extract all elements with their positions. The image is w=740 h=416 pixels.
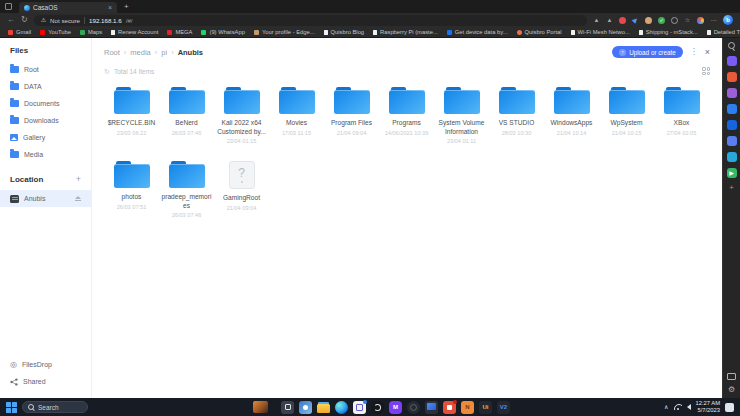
app-ui-icon[interactable]: Ui [479, 401, 492, 414]
bookmark-renew-account[interactable]: Renew Account [111, 29, 158, 35]
eject-icon[interactable] [75, 196, 81, 202]
extension-icon[interactable]: ▲ [606, 17, 613, 24]
taskbar-clock[interactable]: 12:27 AM 5/7/2023 [696, 400, 721, 414]
extension-icon[interactable]: ▲ [593, 17, 600, 24]
bookmark-gmail[interactable]: Gmail [8, 29, 31, 35]
file-item-pradeep-memories[interactable]: pradeep_memories26/03 07:46 [159, 159, 214, 233]
file-item-benerd[interactable]: BeNerd26/03 07:46 [159, 85, 214, 159]
add-location-icon[interactable]: + [76, 175, 81, 184]
globe-app-icon[interactable] [407, 401, 420, 414]
bookmark-youtube[interactable]: YouTube [40, 29, 71, 35]
upload-or-create-button[interactable]: ↑ Upload or create [612, 46, 683, 58]
file-item-gamingroot[interactable]: ? GamingRoot21/04 09:04 [214, 159, 269, 233]
sidebar-app-teams-icon[interactable] [727, 88, 737, 98]
file-item-photos[interactable]: photos26/03 07:51 [104, 159, 159, 233]
sidebar-app-linkedin-icon[interactable] [727, 120, 737, 130]
file-item-kali[interactable]: Kali 2022 x64 Customized by...23/04 01:1… [214, 85, 269, 159]
file-item-system-volume[interactable]: System Volume Information23/04 01:11 [434, 85, 489, 159]
sidebar-add-icon[interactable]: + [729, 184, 734, 192]
extension-arrow-icon[interactable]: ▶ [631, 15, 641, 25]
file-item-xbox[interactable]: XBox27/04 02:05 [654, 85, 709, 159]
bookmark-detailed-tracking[interactable]: Detailed Tracking [707, 29, 740, 35]
sidebar-app-outlook-icon[interactable] [727, 104, 737, 114]
browser-profile-avatar[interactable] [697, 17, 704, 24]
new-tab-button[interactable]: + [124, 3, 129, 11]
wifi-icon[interactable] [674, 404, 682, 410]
bookmark-profile[interactable]: Your profile - Edge... [254, 29, 315, 35]
more-menu-icon[interactable]: ⋯ [710, 17, 717, 24]
profile-avatar-icon[interactable] [645, 17, 652, 24]
sidebar-app-office-icon[interactable] [727, 72, 737, 82]
close-files-icon[interactable]: × [705, 48, 710, 57]
sidebar-item-shared[interactable]: Shared [0, 373, 91, 390]
sidebar-settings-gear-icon[interactable]: ⚙ [728, 386, 735, 394]
tab-title: CasaOS [33, 4, 105, 11]
snipping-tool-icon[interactable] [281, 401, 294, 414]
app-m-icon[interactable]: M [389, 401, 402, 414]
copilot-icon[interactable]: b [723, 15, 733, 25]
sidebar-screen-icon[interactable] [727, 373, 736, 380]
volume-icon[interactable] [687, 404, 691, 410]
favorites-star-icon[interactable]: ☆ [684, 17, 691, 24]
sidebar-item-gallery[interactable]: Gallery [0, 129, 91, 146]
sidebar-item-data[interactable]: DATA [0, 78, 91, 95]
bookmark-wifi-mesh[interactable]: Wi-Fi Mesh Netwo... [571, 29, 630, 35]
kebab-menu-icon[interactable]: ⋮ [690, 48, 698, 56]
sidebar-app-tools-icon[interactable] [727, 152, 737, 162]
bookmark-raspberry-pi[interactable]: Raspberry Pi (maste... [373, 29, 438, 35]
tray-overflow-caret-icon[interactable]: ∧ [664, 404, 668, 410]
sidebar-item-downloads[interactable]: Downloads [0, 112, 91, 129]
bookmark-quisbro-blog[interactable]: Quisbro Blog [324, 29, 365, 35]
breadcrumb-pi[interactable]: pi [161, 48, 167, 57]
opera-browser-icon[interactable] [371, 401, 384, 414]
sidebar-item-media[interactable]: Media [0, 146, 91, 163]
shield-icon[interactable]: ✓ [658, 17, 665, 24]
remote-desktop-icon[interactable] [425, 401, 438, 414]
workspaces-icon[interactable] [5, 3, 12, 10]
taskbar-search[interactable]: Search [22, 401, 88, 413]
bookmark-get-device-data[interactable]: Get device data by... [447, 29, 508, 35]
sidebar-app-play-icon[interactable]: ▶ [727, 168, 737, 178]
mail-app-icon[interactable] [353, 401, 366, 414]
app-n-icon[interactable]: N [461, 401, 474, 414]
notification-center-icon[interactable] [725, 403, 734, 412]
sidebar-app-drop-icon[interactable] [727, 56, 737, 66]
bookmark-mega[interactable]: MEGA [167, 29, 192, 35]
sidebar-item-filesdrop[interactable]: ◎FilesDrop [0, 356, 91, 373]
breadcrumb-media[interactable]: media [130, 48, 150, 57]
breadcrumb-root[interactable]: Root [104, 48, 120, 57]
file-item-program-files[interactable]: Program Files21/04 09:04 [324, 85, 379, 159]
start-button-icon[interactable] [6, 402, 17, 413]
sidebar-item-anubis[interactable]: Anubis [0, 190, 91, 207]
app-v2-icon[interactable]: V2 [497, 401, 510, 414]
bookmark-whatsapp[interactable]: (9) WhatsApp [201, 29, 244, 35]
bookmark-quisbro-portal[interactable]: Quisbro Portal [517, 29, 562, 35]
file-item-windowsapps[interactable]: WindowsApps21/04 10:14 [544, 85, 599, 159]
folder-icon [609, 87, 645, 114]
sidebar-app-games-icon[interactable] [727, 136, 737, 146]
refresh-icon[interactable]: ↻ [21, 16, 28, 24]
widgets-weather-thumbnail[interactable] [253, 401, 268, 413]
file-explorer-icon[interactable] [317, 401, 330, 414]
sidebar-search-icon[interactable] [728, 42, 736, 50]
bookmark-shipping[interactable]: Shipping - mStack... [639, 29, 698, 35]
file-item-recycle-bin[interactable]: $RECYCLE.BIN23/03 06:22 [104, 85, 159, 159]
file-item-vs-studio[interactable]: VS STUDIO28/03 10:30 [489, 85, 544, 159]
browser-tab-casaos[interactable]: CasaOS × [19, 2, 117, 13]
extension-red-icon[interactable] [619, 17, 626, 24]
bookmark-maps[interactable]: Maps [80, 29, 102, 35]
refresh-list-icon[interactable]: ↻ [104, 68, 110, 75]
extension-ring-icon[interactable] [671, 17, 678, 24]
sidebar-item-documents[interactable]: Documents [0, 95, 91, 112]
app-badge-icon[interactable] [443, 401, 456, 414]
tab-close-icon[interactable]: × [108, 4, 112, 11]
photos-app-icon[interactable] [299, 401, 312, 414]
back-icon[interactable]: ← [7, 16, 15, 24]
sidebar-item-root[interactable]: Root [0, 61, 91, 78]
edge-browser-icon[interactable] [335, 401, 348, 414]
file-item-movies[interactable]: Movies17/03 11:15 [269, 85, 324, 159]
grid-view-toggle-icon[interactable] [702, 67, 710, 75]
file-item-wpsystem[interactable]: WpSystem21/04 10:15 [599, 85, 654, 159]
address-bar[interactable]: ⚠ Not secure 192.168.1.6 /#/ [34, 15, 587, 26]
file-item-programs[interactable]: Programs14/06/2021 10:39 [379, 85, 434, 159]
